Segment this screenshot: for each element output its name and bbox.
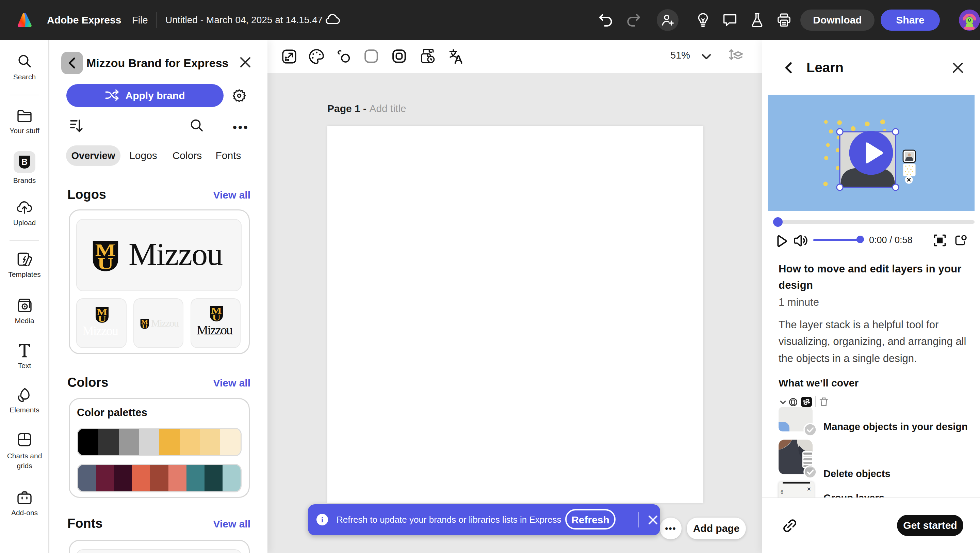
svg-text:U: U (98, 314, 107, 323)
svg-text:U: U (142, 323, 147, 329)
svg-text:U: U (97, 254, 114, 271)
svg-text:B: B (21, 157, 27, 167)
svg-text:U: U (212, 312, 221, 322)
